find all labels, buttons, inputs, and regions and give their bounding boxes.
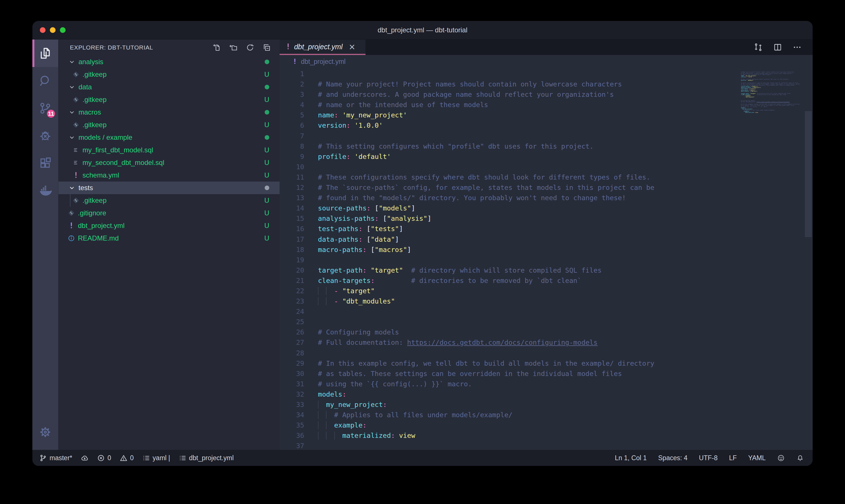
sql-file-icon xyxy=(72,146,79,154)
code-line: 7 xyxy=(280,131,813,141)
status-item-ln-1-col-1[interactable]: Ln 1, Col 1 xyxy=(615,454,647,462)
code-token: # Applies to all files under models/exam… xyxy=(334,411,513,419)
split-editor-icon[interactable] xyxy=(773,43,782,52)
tree-folder-models-example[interactable]: models / example xyxy=(58,131,280,144)
tree-folder-tests[interactable]: tests xyxy=(58,182,280,194)
tree-file-schema-yml[interactable]: !schema.ymlU xyxy=(58,169,280,182)
code-token: # Name your project! Project names shoul… xyxy=(318,80,622,88)
tab-dbt-project-yml[interactable]: ! dbt_project.yml × xyxy=(280,39,365,55)
git-file-icon xyxy=(72,96,79,103)
tree-folder-macros[interactable]: macros xyxy=(58,106,280,119)
git-status-dot xyxy=(265,85,269,89)
tree-item-label: .gitkeep xyxy=(83,196,107,204)
doc-link[interactable]: https://docs.getdbt.com/docs/configuring… xyxy=(407,339,597,346)
code-line: 36 materialized: view xyxy=(280,430,813,441)
indent-guide xyxy=(318,297,326,305)
activitybar-source-control[interactable]: 11 xyxy=(32,94,58,122)
status-item-master-[interactable]: master* xyxy=(39,454,72,462)
tree-file--gitkeep[interactable]: .gitkeepU xyxy=(58,119,280,131)
indent-guide xyxy=(326,432,334,439)
new-file-icon[interactable] xyxy=(213,43,221,52)
tree-folder-data[interactable]: data xyxy=(58,81,280,93)
tree-item-label: .gitignore xyxy=(78,209,106,217)
code-token: # name or the intended use of these mode… xyxy=(318,101,488,109)
tree-file--gitkeep[interactable]: .gitkeepU xyxy=(58,93,280,106)
code-line: 26# Configuring models xyxy=(280,327,813,337)
editor-scrollbar-thumb[interactable] xyxy=(805,111,812,237)
tree-file--gitignore[interactable]: .gitignoreU xyxy=(58,207,280,219)
sql-file-icon xyxy=(72,159,79,166)
git-file-icon xyxy=(72,197,79,204)
git-untracked-badge: U xyxy=(264,159,269,167)
tree-file-my-first-dbt-model-sql[interactable]: my_first_dbt_model.sqlU xyxy=(58,144,280,156)
activitybar-extensions[interactable] xyxy=(32,149,58,177)
tree-file--gitkeep[interactable]: .gitkeepU xyxy=(58,68,280,81)
code-token: analysis-paths xyxy=(318,215,375,222)
new-folder-icon[interactable] xyxy=(229,43,238,52)
indent-guide xyxy=(326,421,334,429)
code-line: 5name: 'my_new_project' xyxy=(280,110,813,120)
warning-icon xyxy=(120,454,127,462)
git-status-dot xyxy=(265,59,269,64)
code-editor[interactable]: 12# Name your project! Project names sho… xyxy=(280,68,813,450)
activity-bar: 11 xyxy=(32,39,58,450)
code-token: # as tables. These settings can be overr… xyxy=(318,370,622,378)
code-token: # The `source-paths` config, for example… xyxy=(318,183,654,192)
status-item-smiley-icon[interactable] xyxy=(777,454,785,462)
tree-folder-analysis[interactable]: analysis xyxy=(58,56,280,68)
activitybar-search[interactable] xyxy=(32,67,58,94)
status-item-spaces-4[interactable]: Spaces: 4 xyxy=(658,454,687,462)
line-number: 27 xyxy=(280,337,304,348)
line-number: 36 xyxy=(280,430,304,441)
code-token: # directory which will store compiled SQ… xyxy=(403,266,601,274)
tree-item-label: schema.yml xyxy=(83,171,119,179)
activitybar-settings[interactable] xyxy=(32,418,58,446)
zoom-window-button[interactable] xyxy=(60,27,66,33)
tree-file-dbt-project-yml[interactable]: !dbt_project.ymlU xyxy=(58,219,280,232)
status-item-yaml[interactable]: YAML xyxy=(748,454,766,462)
git-branch-icon xyxy=(39,454,47,462)
activitybar-explorer[interactable] xyxy=(32,39,58,67)
status-item-0[interactable]: 0 xyxy=(120,454,134,462)
indent-guide xyxy=(318,421,326,429)
indent-guide xyxy=(70,194,70,207)
indent-guide xyxy=(334,432,342,439)
status-item-dbt-project-yml[interactable]: dbt_project.yml xyxy=(179,454,234,462)
explorer-actions xyxy=(213,43,271,52)
status-item-0[interactable]: 0 xyxy=(97,454,111,462)
tree-file-readme-md[interactable]: README.mdU xyxy=(58,232,280,245)
open-changes-icon[interactable] xyxy=(754,43,763,52)
more-actions-icon[interactable] xyxy=(793,43,802,52)
status-item-bell-icon[interactable] xyxy=(796,454,804,462)
activitybar-debug[interactable] xyxy=(32,122,58,149)
minimize-window-button[interactable] xyxy=(50,27,56,33)
git-status-dot xyxy=(265,185,269,190)
code-token: # Full documentation: xyxy=(318,339,407,346)
tree-item-label: dbt_project.yml xyxy=(78,222,125,230)
status-item-lf[interactable]: LF xyxy=(729,454,737,462)
git-file-icon xyxy=(72,121,79,129)
yaml-warning-icon: ! xyxy=(72,172,79,179)
close-tab-icon[interactable]: × xyxy=(348,42,355,52)
code-token: : xyxy=(346,122,350,129)
line-number: 13 xyxy=(280,193,304,203)
breadcrumb[interactable]: ! dbt_project.yml xyxy=(280,55,813,68)
indent-guide xyxy=(318,411,326,419)
tree-file-my-second-dbt-model-sql[interactable]: my_second_dbt_model.sqlU xyxy=(58,156,280,169)
code-token: ] xyxy=(395,235,399,244)
close-window-button[interactable] xyxy=(40,27,46,33)
status-item-utf-8[interactable]: UTF-8 xyxy=(699,454,718,462)
tree-file--gitkeep[interactable]: .gitkeepU xyxy=(58,194,280,207)
refresh-icon[interactable] xyxy=(246,43,254,52)
minimap[interactable]: # Name your project! Project names shoul… xyxy=(741,68,802,117)
line-number: 9 xyxy=(280,151,304,162)
code-line: 37 xyxy=(280,441,813,450)
code-token: ] xyxy=(407,246,411,254)
code-token: "macros" xyxy=(375,246,407,254)
status-item-yaml-[interactable]: yaml | xyxy=(142,454,170,462)
code-token: "target" xyxy=(367,266,403,274)
status-item-cloud-upload-icon[interactable] xyxy=(81,454,89,462)
line-number: 23 xyxy=(280,296,304,306)
collapse-folders-icon[interactable] xyxy=(263,43,271,52)
activitybar-docker[interactable] xyxy=(32,177,58,204)
